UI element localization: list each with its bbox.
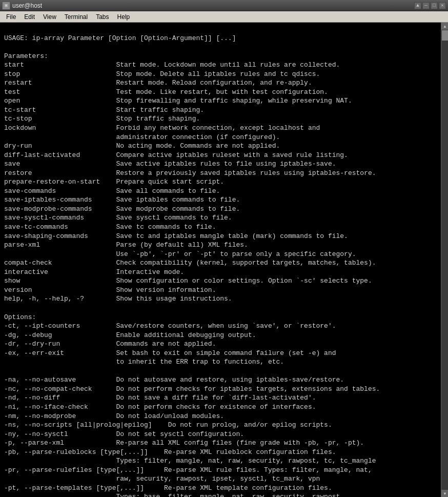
options-header: Options: bbox=[4, 313, 36, 321]
opt-parse-rulefiles-types: raw, security, rawpost, ipset, sysctl, t… bbox=[4, 475, 320, 483]
param-lockdown: lockdown Forbid any network connection, … bbox=[4, 124, 320, 132]
maximize-btn[interactable]: □ bbox=[431, 2, 438, 9]
param-parse-xml: parse-xml Parse (by default all) XML fil… bbox=[4, 241, 248, 249]
menu-tabs[interactable]: Tabs bbox=[92, 12, 113, 22]
terminal-window: ▲ ▼ USAGE: ip-array Parameter [Option [O… bbox=[0, 23, 448, 497]
param-save-tc: save-tc-commands Save tc commands to fil… bbox=[4, 223, 216, 231]
opt-ipt-counters: -ct, --ipt-counters Save/restore counter… bbox=[4, 322, 336, 330]
param-help: help, -h, --help, -? Show this usage ins… bbox=[4, 295, 232, 303]
opt-err-exit: -ex, --err-exit Set bash to exit on simp… bbox=[4, 349, 336, 357]
titlebar-left: ▣ user@host bbox=[2, 2, 42, 10]
param-save-sysctl: save-sysctl-commands Save sysctl command… bbox=[4, 214, 232, 222]
opt-no-diff: -nd, --no-diff Do not save a diff file f… bbox=[4, 394, 316, 402]
param-save-shaping: save-shaping-commands Save tc and iptabl… bbox=[4, 232, 348, 240]
param-version: version Show version information. bbox=[4, 286, 216, 294]
param-save-ipt: save-iptables-commands Save iptables com… bbox=[4, 196, 240, 204]
opt-no-scripts: -ns, --no-scripts [all|prolog|epilog] Do… bbox=[4, 421, 332, 429]
param-start: start Start mode. Lockdown mode until al… bbox=[4, 61, 340, 69]
param-open: open Stop firewalling and traffic shapin… bbox=[4, 97, 352, 105]
scroll-up-arrow[interactable]: ▲ bbox=[441, 23, 448, 30]
menu-view[interactable]: View bbox=[39, 12, 60, 22]
titlebar: ▣ user@host ▲ ─ □ ✕ bbox=[0, 0, 448, 11]
param-test: test Test mode. Like restart, but with t… bbox=[4, 88, 328, 96]
menu-terminal[interactable]: Terminal bbox=[60, 12, 92, 22]
param-parse-xml-cont: Use `-pb', `-pr' or `-pt' to parse only … bbox=[4, 250, 356, 258]
param-restart: restart Restart mode. Reload configurati… bbox=[4, 79, 312, 87]
opt-blank bbox=[4, 367, 8, 375]
menu-file[interactable]: File bbox=[2, 12, 20, 22]
opt-parse-templates-types: Types: base, filter, mangle, nat, raw, s… bbox=[4, 493, 340, 497]
scroll-down-arrow[interactable]: ▼ bbox=[441, 490, 448, 497]
terminal-icon: ▣ bbox=[2, 2, 10, 10]
opt-parse-templates: -pt, --parse-templates [type[,...]] Re-p… bbox=[4, 484, 332, 492]
opt-parse-rulefiles: -pr, --parse-rulefiles [type[,...]] Re-p… bbox=[4, 466, 372, 474]
param-dry-run: dry-run No acting mode. Commands are not… bbox=[4, 142, 280, 150]
param-save-commands: save-commands Save all commands to file. bbox=[4, 187, 220, 195]
opt-parse-ruleblocks-types: Types: filter, mangle, nat, raw, securit… bbox=[4, 457, 376, 465]
opt-err-exit-cont: to inherit the ERR trap to functions, et… bbox=[4, 358, 284, 366]
param-tc-stop: tc-stop Stop traffic shaping. bbox=[4, 115, 200, 123]
opt-parse-ruleblocks: -pb, --parse-ruleblocks [type[,...]] Re-… bbox=[4, 448, 336, 456]
scrollbar-thumb[interactable] bbox=[442, 30, 448, 41]
param-interactive: interactive Interactive mode. bbox=[4, 268, 184, 276]
param-save-modprobe: save-modprobe-commands Save modprobe com… bbox=[4, 205, 240, 213]
opt-dry-run: -dr, --dry-run Commands are not applied. bbox=[4, 340, 216, 348]
param-diff: diff-last-activated Compare active iptab… bbox=[4, 151, 348, 159]
param-tc-start: tc-start Start traffic shaping. bbox=[4, 106, 204, 114]
opt-no-autosave: -na, --no-autosave Do not autosave and r… bbox=[4, 376, 344, 384]
param-stop: stop Stop mode. Delete all iptables rule… bbox=[4, 70, 320, 78]
menu-help[interactable]: Help bbox=[113, 12, 134, 22]
param-restore: restore Restore a previously saved iptab… bbox=[4, 169, 376, 177]
scrollbar[interactable]: ▲ ▼ bbox=[441, 23, 448, 497]
menubar: File Edit View Terminal Tabs Help bbox=[0, 11, 448, 23]
close-btn[interactable]: ✕ bbox=[439, 2, 446, 9]
param-save: save Save active iptables rules to file … bbox=[4, 160, 336, 168]
param-show: show Show configuration or color setting… bbox=[4, 277, 372, 285]
param-lockdown-cont: administrator connection (if configured)… bbox=[4, 133, 280, 141]
opt-no-compat: -nc, --no-compat-check Do not perform ch… bbox=[4, 385, 380, 393]
window-title: user@host bbox=[12, 2, 42, 9]
params-header: Parameters: bbox=[4, 52, 48, 60]
opt-parse-xml: -p, --parse-xml Re-parse all XML config … bbox=[4, 439, 364, 447]
param-compat: compat-check Check compatibility (kernel… bbox=[4, 259, 376, 267]
opt-no-iface: -ni, --no-iface-check Do not perform che… bbox=[4, 403, 316, 411]
usage-line: USAGE: ip-array Parameter [Option [Optio… bbox=[4, 34, 236, 42]
minimize-btn[interactable]: ─ bbox=[422, 2, 430, 9]
opt-debug: -dg, --debug Enable additional debugging… bbox=[4, 331, 256, 339]
menu-edit[interactable]: Edit bbox=[20, 12, 39, 22]
opt-no-modprobe: -nm, --no-modprobe Do not load/unload mo… bbox=[4, 412, 224, 420]
scroll-up-btn[interactable]: ▲ bbox=[414, 2, 421, 9]
param-prepare: prepare-restore-on-start Prepare quick s… bbox=[4, 178, 224, 186]
terminal-content: USAGE: ip-array Parameter [Option [Optio… bbox=[4, 25, 437, 497]
opt-no-sysctl: -ny, --no-sysctl Do not set sysctl confi… bbox=[4, 430, 244, 438]
window-controls: ▲ ─ □ ✕ bbox=[414, 2, 446, 9]
